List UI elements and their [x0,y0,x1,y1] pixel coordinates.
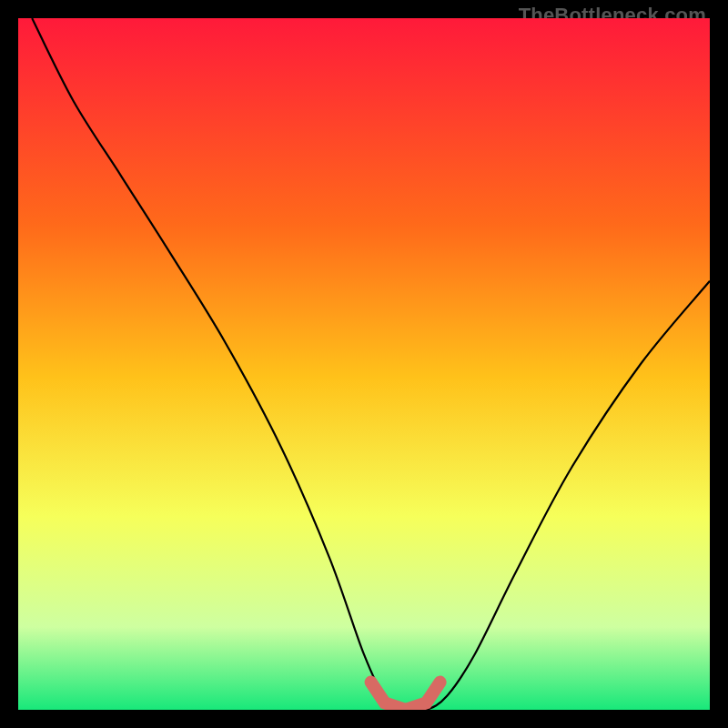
bottleneck-chart [18,18,710,710]
gradient-background [18,18,710,710]
chart-frame: TheBottleneck.com [0,0,728,728]
